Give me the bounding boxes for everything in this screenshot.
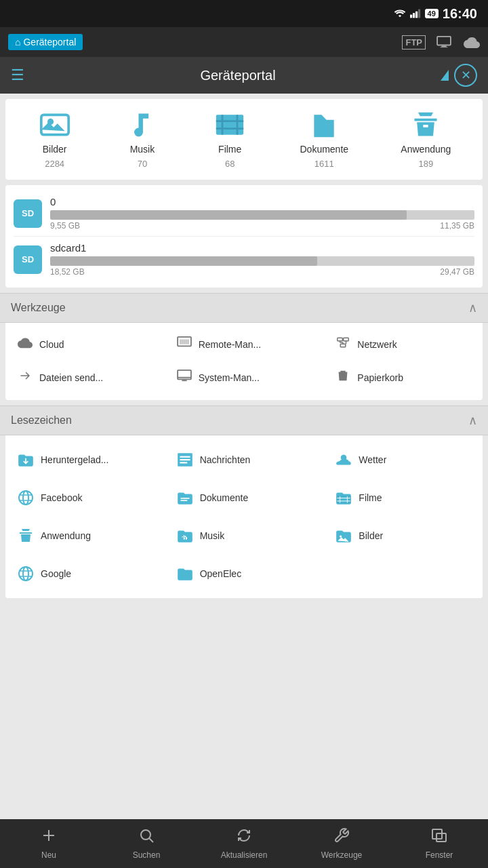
media-item-anwendung[interactable]: Anwendung 189 — [401, 110, 451, 169]
bookmark-anwendung[interactable]: Anwendung — [5, 517, 165, 555]
storage-total-1: 29,47 GB — [440, 267, 474, 277]
werkzeuge-title: Werkzeuge — [11, 302, 66, 314]
nav-fenster[interactable]: Fenster — [390, 827, 488, 860]
bookmark-wetter[interactable]: Wetter — [323, 441, 483, 479]
nav-werkzeuge-label: Werkzeuge — [321, 850, 362, 860]
filme-label: Filme — [218, 144, 241, 155]
bookmark-musik-label: Musik — [200, 530, 225, 541]
anwendung-bm-icon — [16, 526, 35, 545]
svg-rect-36 — [180, 498, 189, 499]
bookmark-google[interactable]: Google — [5, 555, 165, 593]
breadcrumb-active[interactable]: ⌂ Geräteportal — [8, 34, 83, 50]
tool-trash-label: Papierkorb — [357, 372, 403, 383]
bookmark-dokumente[interactable]: Dokumente — [165, 479, 324, 517]
musik-folder-icon — [176, 526, 195, 545]
anwendung-count: 189 — [418, 159, 433, 169]
bookmark-filme[interactable]: Filme — [323, 479, 483, 517]
download-folder-icon — [16, 450, 35, 469]
svg-rect-1 — [413, 13, 415, 18]
facebook-globe-icon — [16, 488, 35, 507]
storage-bar-0 — [50, 210, 474, 220]
nav-suchen-label: Suchen — [133, 850, 161, 860]
storage-bar-1 — [50, 256, 474, 266]
tool-system-label: System-Man... — [199, 372, 260, 383]
svg-point-32 — [19, 491, 33, 505]
tool-send[interactable]: Dateien send... — [5, 360, 165, 395]
svg-rect-9 — [216, 115, 243, 134]
media-item-musik[interactable]: Musik 70 — [125, 110, 160, 169]
svg-rect-0 — [410, 15, 412, 18]
trash-icon — [334, 368, 352, 387]
tool-remote[interactable]: Remote-Man... — [165, 328, 324, 360]
tool-network-label: Netzwerk — [357, 339, 396, 350]
media-item-filme[interactable]: Filme 68 — [212, 110, 247, 169]
musik-count: 70 — [138, 159, 147, 169]
bookmark-musik[interactable]: Musik — [165, 517, 324, 555]
close-button[interactable]: ✕ — [454, 64, 477, 87]
ftp-icon[interactable]: FTP — [402, 35, 426, 50]
dokumente-label: Dokumente — [300, 144, 348, 155]
plus-icon — [41, 827, 57, 848]
anwendung-icon — [408, 110, 443, 140]
media-item-bilder[interactable]: Bilder 2284 — [37, 110, 73, 169]
weather-icon — [334, 450, 353, 469]
tool-network[interactable]: Netzwerk — [323, 328, 483, 360]
battery-badge: 49 — [425, 9, 439, 18]
svg-point-47 — [23, 567, 28, 580]
lesezeichen-header[interactable]: Lesezeichen ∧ — [0, 406, 488, 435]
storage-item-1[interactable]: SD sdcard1 18,52 GB 29,47 GB — [14, 236, 474, 282]
svg-rect-5 — [441, 45, 446, 47]
desktop-icon[interactable] — [436, 36, 451, 48]
svg-line-53 — [150, 839, 154, 843]
svg-rect-18 — [344, 338, 349, 341]
musik-icon — [125, 110, 160, 140]
svg-rect-16 — [179, 340, 188, 344]
status-icons: 49 16:40 — [394, 6, 477, 22]
media-section: Bilder 2284 Musik 70 Filme 68 — [5, 99, 483, 180]
remote-icon — [176, 336, 193, 352]
breadcrumb-label: Geräteportal — [23, 37, 76, 47]
tool-cloud-label: Cloud — [39, 339, 64, 350]
bookmark-nachrichten-label: Nachrichten — [200, 454, 251, 465]
bookmark-openelec[interactable]: OpenElec — [165, 555, 324, 593]
bookmark-facebook[interactable]: Facebook — [5, 479, 165, 517]
bookmark-heruntergeladen-label: Heruntergelad... — [41, 454, 108, 465]
signal-triangle-icon — [441, 70, 449, 81]
doc-folder-icon — [176, 488, 195, 507]
send-icon — [16, 370, 34, 385]
home-icon: ⌂ — [15, 37, 20, 47]
filme-icon — [212, 110, 247, 140]
tool-cloud[interactable]: Cloud — [5, 328, 165, 360]
nav-werkzeuge[interactable]: Werkzeuge — [293, 827, 390, 860]
bookmarks-grid: Heruntergelad... Nachrichten — [5, 441, 483, 593]
tool-trash[interactable]: Papierkorb — [323, 360, 483, 395]
bookmark-dokumente-label: Dokumente — [200, 492, 249, 503]
nav-neu-label: Neu — [41, 850, 56, 860]
nav-aktualisieren[interactable]: Aktualisieren — [195, 827, 293, 860]
status-bar: 49 16:40 — [0, 0, 488, 27]
cloud-icon — [16, 336, 34, 352]
storage-item-0[interactable]: SD 0 9,55 GB 11,35 GB — [14, 191, 474, 236]
media-item-dokumente[interactable]: Dokumente 1611 — [300, 110, 348, 169]
bookmark-bilder[interactable]: Bilder — [323, 517, 483, 555]
svg-rect-28 — [180, 456, 190, 458]
bookmark-heruntergeladen[interactable]: Heruntergelad... — [5, 441, 165, 479]
lesezeichen-title: Lesezeichen — [11, 414, 72, 427]
werkzeuge-header[interactable]: Werkzeuge ∧ — [0, 293, 488, 323]
tool-system[interactable]: System-Man... — [165, 360, 324, 395]
tools-grid: Cloud Remote-Man... — [5, 328, 483, 395]
bookmark-nachrichten[interactable]: Nachrichten — [165, 441, 324, 479]
storage-name-0: 0 — [50, 196, 474, 208]
bookmark-bilder-label: Bilder — [359, 530, 383, 541]
cloud-topnav-icon[interactable] — [464, 36, 480, 48]
google-globe-icon — [16, 564, 35, 583]
tools-icon — [333, 827, 350, 848]
status-time: 16:40 — [443, 6, 477, 22]
bilder-icon — [37, 110, 73, 140]
svg-rect-3 — [418, 9, 420, 18]
nav-neu[interactable]: Neu — [0, 827, 98, 860]
menu-button[interactable]: ☰ — [11, 66, 24, 84]
nav-suchen[interactable]: Suchen — [98, 827, 195, 860]
storage-total-0: 11,35 GB — [440, 221, 474, 231]
storage-name-1: sdcard1 — [50, 242, 474, 254]
